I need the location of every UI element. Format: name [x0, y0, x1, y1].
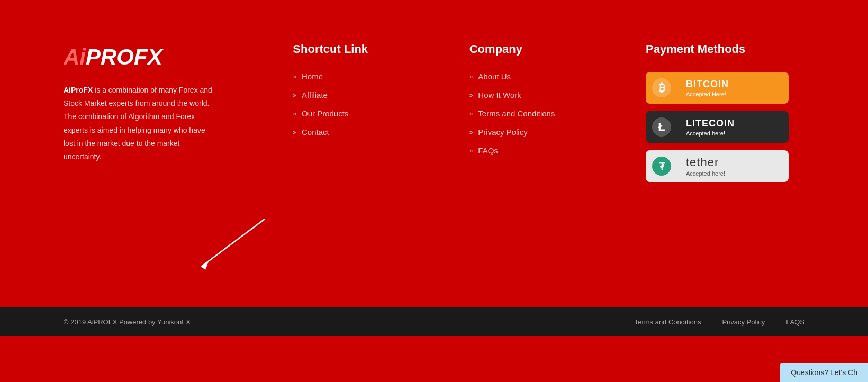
link-affiliate-label: Affiliate [302, 90, 328, 99]
link-how-it-work[interactable]: » How It Work [469, 90, 586, 99]
bitcoin-name: BITCOIN [686, 79, 780, 90]
bitcoin-info: BITCOIN Accepted Here! [677, 79, 789, 97]
brand-logo: AiPROFX [64, 42, 169, 69]
litecoin-badge[interactable]: Ł LITECOIN Accepted here! [646, 111, 789, 143]
tether-icon: ₮ [646, 150, 677, 182]
bottom-faqs-link[interactable]: FAQS [786, 318, 804, 326]
bitcoin-icon: ₿ [646, 72, 677, 104]
chat-label: Questions? Let's Ch [791, 368, 857, 377]
shortcut-column: Shortcut Link » Home » Affiliate » Our P… [293, 42, 409, 254]
svg-text:₿: ₿ [658, 81, 664, 94]
brand-description: AiProFX is a combination of many Forex a… [64, 84, 217, 163]
payment-column: Payment Methods ₿ BITCOIN Accepted Here!… [646, 42, 804, 254]
link-home[interactable]: » Home [293, 72, 409, 81]
chevron-icon: » [293, 73, 296, 80]
litecoin-accepted: Accepted here! [686, 130, 780, 137]
litecoin-icon: Ł [646, 111, 677, 143]
chat-widget[interactable]: Questions? Let's Ch [780, 363, 868, 382]
footer-main: AiPROFX AiProFX is a combination of many… [0, 0, 868, 307]
chevron-icon: » [469, 147, 473, 154]
link-how-it-work-label: How It Work [478, 90, 521, 99]
tether-info: tether Accepted here! [677, 156, 789, 177]
chevron-icon: » [469, 129, 473, 136]
footer-bottom-bar: © 2019 AiPROFX Powered by YunikonFX Term… [0, 307, 868, 336]
link-privacy-policy-label: Privacy Policy [478, 128, 527, 137]
company-title: Company [469, 42, 586, 56]
link-contact[interactable]: » Contact [293, 128, 409, 137]
link-faqs-label: FAQs [478, 146, 498, 155]
shortcut-title: Shortcut Link [293, 42, 409, 56]
litecoin-info: LITECOIN Accepted here! [677, 118, 789, 137]
bottom-terms-link[interactable]: Terms and Conditions [635, 318, 701, 326]
tether-name: tether [686, 156, 780, 169]
brand-name-bold: AiProFX [64, 86, 93, 94]
company-column: Company » About Us » How It Work » Terms… [469, 42, 586, 254]
svg-text:AiPROFX: AiPROFX [64, 44, 164, 69]
tether-badge[interactable]: ₮ tether Accepted here! [646, 150, 789, 182]
svg-text:Ł: Ł [658, 120, 665, 133]
brand-description-text: is a combination of many Forex and Stock… [64, 86, 212, 161]
bottom-privacy-link[interactable]: Privacy Policy [722, 318, 765, 326]
link-our-products[interactable]: » Our Products [293, 109, 409, 118]
link-our-products-label: Our Products [302, 109, 348, 118]
chevron-icon: » [469, 73, 473, 80]
link-terms-conditions-label: Terms and Conditions [478, 109, 555, 118]
bottom-links: Terms and Conditions Privacy Policy FAQS [635, 318, 804, 326]
chevron-icon: » [469, 110, 473, 117]
link-terms-conditions[interactable]: » Terms and Conditions [469, 109, 586, 118]
bitcoin-badge[interactable]: ₿ BITCOIN Accepted Here! [646, 72, 789, 104]
link-contact-label: Contact [302, 128, 329, 137]
link-faqs[interactable]: » FAQs [469, 146, 586, 155]
link-home-label: Home [302, 72, 323, 81]
litecoin-name: LITECOIN [686, 118, 780, 129]
copyright-text: © 2019 AiPROFX Powered by YunikonFX [64, 318, 191, 326]
tether-accepted: Accepted here! [686, 170, 780, 177]
link-about-us-label: About Us [478, 72, 511, 81]
payment-title: Payment Methods [646, 42, 804, 56]
link-affiliate[interactable]: » Affiliate [293, 90, 409, 99]
chevron-icon: » [293, 110, 296, 117]
bitcoin-accepted: Accepted Here! [686, 91, 780, 97]
chevron-icon: » [293, 92, 296, 99]
chevron-icon: » [293, 129, 296, 136]
link-privacy-policy[interactable]: » Privacy Policy [469, 128, 586, 137]
chevron-icon: » [469, 92, 473, 99]
brand-column: AiPROFX AiProFX is a combination of many… [64, 42, 233, 254]
link-about-us[interactable]: » About Us [469, 72, 586, 81]
